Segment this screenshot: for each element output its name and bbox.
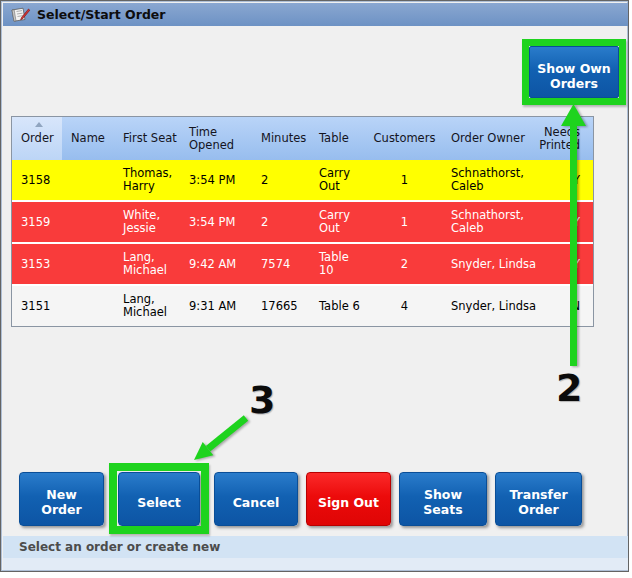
order-pad-icon: [9, 6, 31, 24]
column-header-order-owner[interactable]: Order Owner: [442, 117, 540, 160]
table-row-order-3153[interactable]: 3153 Lang, Michael 9:42 AM 7574 Table 10…: [12, 244, 593, 286]
select-button[interactable]: Select: [118, 472, 200, 526]
status-bar-lower-strip: [3, 558, 628, 570]
screenshot-stage: Select/Start Order Show Own Orders Order…: [0, 0, 632, 578]
sort-ascending-icon: [35, 122, 43, 127]
select-start-order-window: Select/Start Order Show Own Orders Order…: [0, 0, 629, 572]
new-order-button[interactable]: New Order: [19, 472, 104, 526]
table-row-order-3151[interactable]: 3151 Lang, Michael 9:31 AM 17665 Table 6…: [12, 286, 593, 326]
show-own-orders-button[interactable]: Show Own Orders: [529, 46, 619, 98]
orders-table-header: Order Name First Seat Time Opened Minute…: [12, 117, 593, 160]
column-header-needs-printed[interactable]: Needs Printed: [540, 117, 593, 160]
window-title: Select/Start Order: [37, 7, 165, 22]
column-header-table[interactable]: Table: [310, 117, 367, 160]
cancel-button[interactable]: Cancel: [214, 472, 298, 526]
column-header-time-opened[interactable]: Time Opened: [180, 117, 252, 160]
status-bar: Select an order or create new: [3, 536, 628, 558]
column-header-order[interactable]: Order: [12, 117, 62, 160]
table-row-order-3159[interactable]: 3159 White, Jessie 3:54 PM 2 Carry Out 1…: [12, 202, 593, 244]
sign-out-button[interactable]: Sign Out: [306, 472, 391, 526]
column-header-customers[interactable]: Customers: [367, 117, 442, 160]
column-header-minutes[interactable]: Minutes: [252, 117, 310, 160]
show-seats-button[interactable]: Show Seats: [399, 472, 487, 526]
status-message: Select an order or create new: [3, 536, 628, 554]
table-row-order-3158[interactable]: 3158 Thomas, Harry 3:54 PM 2 Carry Out 1…: [12, 160, 593, 202]
column-header-first-seat[interactable]: First Seat: [114, 117, 180, 160]
transfer-order-button[interactable]: Transfer Order: [495, 472, 582, 526]
title-bar: Select/Start Order: [3, 3, 628, 26]
show-own-orders-highlight-box: Show Own Orders: [522, 39, 626, 105]
column-header-name[interactable]: Name: [62, 117, 114, 160]
orders-table: Order Name First Seat Time Opened Minute…: [11, 116, 594, 327]
